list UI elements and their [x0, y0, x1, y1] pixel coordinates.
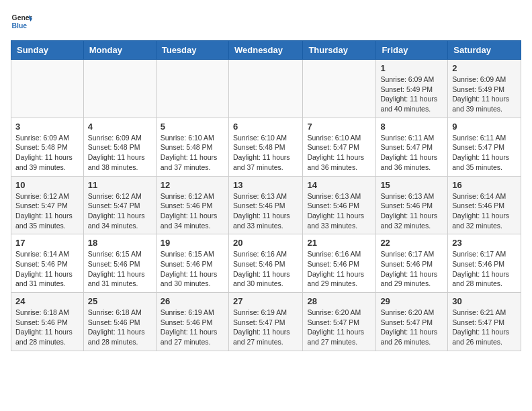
day-number: 20 — [233, 238, 298, 248]
day-info: Sunrise: 6:20 AM Sunset: 5:47 PM Dayligh… — [307, 308, 371, 347]
calendar-cell: 16Sunrise: 6:14 AM Sunset: 5:46 PM Dayli… — [448, 176, 521, 234]
calendar-cell: 1Sunrise: 6:09 AM Sunset: 5:49 PM Daylig… — [376, 60, 448, 118]
calendar-week-row: 1Sunrise: 6:09 AM Sunset: 5:49 PM Daylig… — [11, 60, 521, 118]
calendar-week-row: 17Sunrise: 6:14 AM Sunset: 5:46 PM Dayli… — [11, 234, 521, 293]
day-info: Sunrise: 6:15 AM Sunset: 5:46 PM Dayligh… — [161, 249, 224, 289]
day-info: Sunrise: 6:09 AM Sunset: 5:48 PM Dayligh… — [15, 133, 79, 173]
calendar-cell: 6Sunrise: 6:10 AM Sunset: 5:48 PM Daylig… — [228, 118, 302, 176]
day-number: 29 — [380, 296, 443, 306]
day-number: 2 — [452, 63, 517, 73]
day-number: 5 — [161, 122, 224, 132]
calendar-cell: 24Sunrise: 6:18 AM Sunset: 5:46 PM Dayli… — [11, 293, 84, 351]
calendar-cell: 9Sunrise: 6:11 AM Sunset: 5:47 PM Daylig… — [448, 118, 521, 176]
calendar-cell: 3Sunrise: 6:09 AM Sunset: 5:48 PM Daylig… — [11, 118, 84, 176]
calendar-cell: 2Sunrise: 6:09 AM Sunset: 5:49 PM Daylig… — [448, 60, 521, 118]
day-number: 30 — [452, 296, 517, 306]
calendar-cell — [11, 60, 84, 118]
calendar-cell — [156, 60, 228, 118]
day-number: 21 — [307, 238, 371, 248]
day-number: 19 — [161, 238, 224, 248]
calendar-cell: 27Sunrise: 6:19 AM Sunset: 5:47 PM Dayli… — [228, 293, 302, 351]
day-number: 7 — [307, 122, 371, 132]
calendar-cell: 22Sunrise: 6:17 AM Sunset: 5:46 PM Dayli… — [376, 234, 448, 293]
day-info: Sunrise: 6:12 AM Sunset: 5:47 PM Dayligh… — [88, 191, 152, 231]
day-info: Sunrise: 6:19 AM Sunset: 5:47 PM Dayligh… — [233, 308, 298, 347]
weekday-header: Monday — [83, 41, 156, 60]
day-info: Sunrise: 6:10 AM Sunset: 5:47 PM Dayligh… — [307, 133, 371, 173]
calendar-cell: 23Sunrise: 6:17 AM Sunset: 5:46 PM Dayli… — [448, 234, 521, 293]
svg-text:Blue: Blue — [12, 22, 28, 30]
day-info: Sunrise: 6:18 AM Sunset: 5:46 PM Dayligh… — [15, 308, 79, 347]
calendar-week-row: 10Sunrise: 6:12 AM Sunset: 5:47 PM Dayli… — [11, 176, 521, 234]
calendar-cell: 13Sunrise: 6:13 AM Sunset: 5:46 PM Dayli… — [228, 176, 302, 234]
weekday-header-row: SundayMondayTuesdayWednesdayThursdayFrid… — [11, 41, 521, 60]
day-info: Sunrise: 6:14 AM Sunset: 5:46 PM Dayligh… — [15, 249, 79, 289]
day-info: Sunrise: 6:13 AM Sunset: 5:46 PM Dayligh… — [233, 191, 298, 231]
calendar-cell: 4Sunrise: 6:09 AM Sunset: 5:48 PM Daylig… — [83, 118, 156, 176]
calendar-cell — [303, 60, 376, 118]
calendar-cell: 26Sunrise: 6:19 AM Sunset: 5:46 PM Dayli… — [156, 293, 228, 351]
day-info: Sunrise: 6:16 AM Sunset: 5:46 PM Dayligh… — [233, 249, 298, 289]
day-number: 23 — [452, 238, 517, 248]
day-info: Sunrise: 6:11 AM Sunset: 5:47 PM Dayligh… — [380, 133, 443, 173]
day-number: 10 — [15, 180, 79, 190]
weekday-header: Sunday — [11, 41, 84, 60]
day-info: Sunrise: 6:12 AM Sunset: 5:46 PM Dayligh… — [161, 191, 224, 231]
calendar-cell: 21Sunrise: 6:16 AM Sunset: 5:46 PM Dayli… — [303, 234, 376, 293]
day-info: Sunrise: 6:12 AM Sunset: 5:47 PM Dayligh… — [15, 191, 79, 231]
calendar-cell: 11Sunrise: 6:12 AM Sunset: 5:47 PM Dayli… — [83, 176, 156, 234]
day-number: 12 — [161, 180, 224, 190]
day-number: 18 — [88, 238, 152, 248]
calendar-table: SundayMondayTuesdayWednesdayThursdayFrid… — [11, 40, 521, 351]
day-number: 1 — [380, 63, 443, 73]
day-info: Sunrise: 6:10 AM Sunset: 5:48 PM Dayligh… — [233, 133, 298, 173]
day-info: Sunrise: 6:09 AM Sunset: 5:48 PM Dayligh… — [88, 133, 152, 173]
day-info: Sunrise: 6:09 AM Sunset: 5:49 PM Dayligh… — [452, 75, 517, 114]
day-info: Sunrise: 6:21 AM Sunset: 5:47 PM Dayligh… — [452, 308, 517, 347]
day-info: Sunrise: 6:13 AM Sunset: 5:46 PM Dayligh… — [307, 191, 371, 231]
day-info: Sunrise: 6:10 AM Sunset: 5:48 PM Dayligh… — [161, 133, 224, 173]
weekday-header: Wednesday — [228, 41, 302, 60]
day-number: 17 — [15, 238, 79, 248]
calendar-cell: 8Sunrise: 6:11 AM Sunset: 5:47 PM Daylig… — [376, 118, 448, 176]
day-number: 14 — [307, 180, 371, 190]
day-number: 4 — [88, 122, 152, 132]
calendar-cell: 14Sunrise: 6:13 AM Sunset: 5:46 PM Dayli… — [303, 176, 376, 234]
day-info: Sunrise: 6:13 AM Sunset: 5:46 PM Dayligh… — [380, 191, 443, 231]
day-number: 6 — [233, 122, 298, 132]
weekday-header: Saturday — [448, 41, 521, 60]
calendar-cell: 7Sunrise: 6:10 AM Sunset: 5:47 PM Daylig… — [303, 118, 376, 176]
calendar-cell: 15Sunrise: 6:13 AM Sunset: 5:46 PM Dayli… — [376, 176, 448, 234]
calendar-week-row: 3Sunrise: 6:09 AM Sunset: 5:48 PM Daylig… — [11, 118, 521, 176]
day-number: 3 — [15, 122, 79, 132]
day-info: Sunrise: 6:17 AM Sunset: 5:46 PM Dayligh… — [380, 249, 443, 289]
day-number: 13 — [233, 180, 298, 190]
day-info: Sunrise: 6:09 AM Sunset: 5:49 PM Dayligh… — [380, 75, 443, 114]
weekday-header: Thursday — [303, 41, 376, 60]
calendar-cell: 25Sunrise: 6:18 AM Sunset: 5:46 PM Dayli… — [83, 293, 156, 351]
day-number: 24 — [15, 296, 79, 306]
day-number: 8 — [380, 122, 443, 132]
weekday-header: Friday — [376, 41, 448, 60]
day-info: Sunrise: 6:16 AM Sunset: 5:46 PM Dayligh… — [307, 249, 371, 289]
day-number: 28 — [307, 296, 371, 306]
calendar-cell: 17Sunrise: 6:14 AM Sunset: 5:46 PM Dayli… — [11, 234, 84, 293]
logo: General Blue — [11, 11, 32, 32]
calendar-cell: 29Sunrise: 6:20 AM Sunset: 5:47 PM Dayli… — [376, 293, 448, 351]
page-header: General Blue — [11, 11, 521, 32]
calendar-cell: 30Sunrise: 6:21 AM Sunset: 5:47 PM Dayli… — [448, 293, 521, 351]
weekday-header: Tuesday — [156, 41, 228, 60]
calendar-cell — [228, 60, 302, 118]
calendar-cell: 10Sunrise: 6:12 AM Sunset: 5:47 PM Dayli… — [11, 176, 84, 234]
day-info: Sunrise: 6:17 AM Sunset: 5:46 PM Dayligh… — [452, 249, 517, 289]
day-info: Sunrise: 6:15 AM Sunset: 5:46 PM Dayligh… — [88, 249, 152, 289]
day-info: Sunrise: 6:18 AM Sunset: 5:46 PM Dayligh… — [88, 308, 152, 347]
calendar-cell: 20Sunrise: 6:16 AM Sunset: 5:46 PM Dayli… — [228, 234, 302, 293]
calendar-cell: 19Sunrise: 6:15 AM Sunset: 5:46 PM Dayli… — [156, 234, 228, 293]
calendar-cell: 18Sunrise: 6:15 AM Sunset: 5:46 PM Dayli… — [83, 234, 156, 293]
logo-icon: General Blue — [11, 11, 32, 32]
day-number: 27 — [233, 296, 298, 306]
calendar-cell: 5Sunrise: 6:10 AM Sunset: 5:48 PM Daylig… — [156, 118, 228, 176]
day-number: 26 — [161, 296, 224, 306]
day-info: Sunrise: 6:14 AM Sunset: 5:46 PM Dayligh… — [452, 191, 517, 231]
